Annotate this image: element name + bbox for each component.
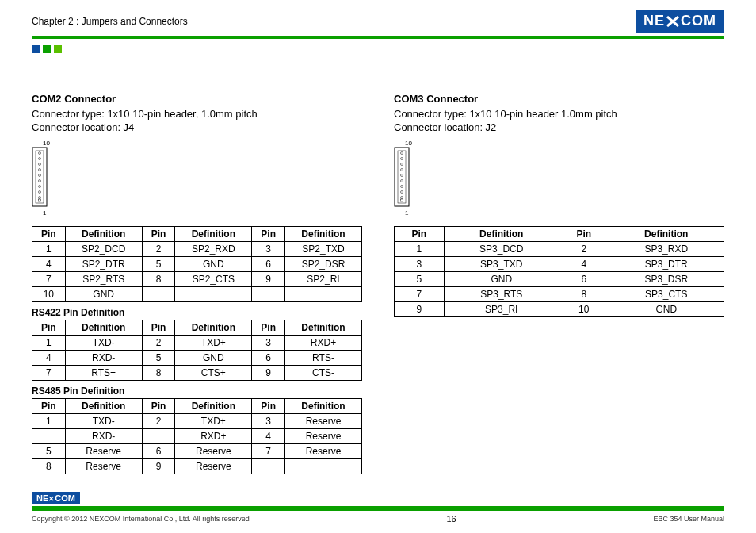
rs485-pin-table: PinDefinitionPinDefinitionPinDefinition1… xyxy=(32,398,362,474)
main-content: COM2 Connector Connector type: 1x10 10-p… xyxy=(0,53,756,479)
table-cell: GND xyxy=(444,272,559,287)
com2-title: COM2 Connector xyxy=(32,93,362,105)
table-header: Pin xyxy=(559,227,609,242)
table-cell: 2 xyxy=(142,336,175,351)
svg-point-14 xyxy=(401,152,403,155)
page-footer: NE✕COM Copyright © 2012 NEXCOM Internati… xyxy=(0,492,756,533)
page-number: 16 xyxy=(446,514,456,523)
header-divider xyxy=(32,36,724,39)
manual-name: EBC 354 User Manual xyxy=(653,515,724,523)
svg-point-20 xyxy=(401,186,403,188)
com3-location: Connector location: J2 xyxy=(394,121,724,133)
table-row: 3SP3_TXD4SP3_DTR xyxy=(395,257,724,272)
table-cell: SP3_TXD xyxy=(444,257,559,272)
table-header: Definition xyxy=(65,227,142,242)
table-cell: SP3_RTS xyxy=(444,287,559,302)
svg-rect-23 xyxy=(401,199,403,201)
svg-point-18 xyxy=(401,174,403,177)
table-row: 8Reserve9Reserve xyxy=(32,459,362,474)
table-cell: 4 xyxy=(252,429,285,444)
square-lightgreen xyxy=(54,45,62,53)
table-cell: Reserve xyxy=(65,459,142,474)
table-cell: 9 xyxy=(252,366,285,381)
svg-point-3 xyxy=(39,158,41,160)
footer-row: Copyright © 2012 NEXCOM International Co… xyxy=(32,514,724,523)
table-cell: SP3_RI xyxy=(444,302,559,317)
table-row: RXD-RXD+4Reserve xyxy=(32,429,362,444)
table-cell: SP2_DSR xyxy=(285,257,362,272)
table-cell: 7 xyxy=(252,444,285,459)
table-cell: 1 xyxy=(395,242,445,257)
table-header: Pin xyxy=(395,227,445,242)
table-cell: SP2_RXD xyxy=(175,242,252,257)
decorative-squares xyxy=(32,45,756,53)
table-cell: RXD+ xyxy=(285,336,362,351)
svg-point-2 xyxy=(39,152,41,155)
table-cell xyxy=(32,429,66,444)
table-cell: 7 xyxy=(32,272,66,287)
table-cell: SP2_TXD xyxy=(285,242,362,257)
table-cell: 5 xyxy=(142,257,175,272)
com2-pin-table: PinDefinitionPinDefinitionPinDefinition1… xyxy=(32,226,362,302)
table-cell: 4 xyxy=(32,351,66,366)
table-cell: 6 xyxy=(559,272,609,287)
right-column: COM3 Connector Connector type: 1x10 10-p… xyxy=(394,93,724,479)
table-cell: 8 xyxy=(142,366,175,381)
table-row: 7SP3_RTS8SP3_CTS xyxy=(395,287,724,302)
table-cell: GND xyxy=(65,287,142,302)
table-cell: CTS- xyxy=(285,366,362,381)
table-cell xyxy=(142,429,175,444)
table-cell: 6 xyxy=(252,257,285,272)
com3-connector-diagram: 10 1 xyxy=(394,140,724,217)
table-cell: GND xyxy=(175,351,252,366)
chapter-title: Chapter 2 : Jumpers and Connectors xyxy=(32,16,188,27)
svg-point-6 xyxy=(39,174,41,177)
svg-point-9 xyxy=(39,191,41,194)
table-cell: SP3_DCD xyxy=(444,242,559,257)
table-cell xyxy=(142,287,175,302)
table-row: 7RTS+8CTS+9CTS- xyxy=(32,366,362,381)
table-header: Pin xyxy=(252,399,285,414)
svg-rect-11 xyxy=(39,199,41,201)
table-cell: 8 xyxy=(559,287,609,302)
table-cell: RXD- xyxy=(65,351,142,366)
table-header: Definition xyxy=(65,320,142,336)
table-cell xyxy=(285,459,362,474)
table-cell: 5 xyxy=(395,272,445,287)
table-row: 1TXD-2TXD+3RXD+ xyxy=(32,336,362,351)
table-header: Definition xyxy=(444,227,559,242)
footer-divider xyxy=(32,506,724,511)
table-cell: Reserve xyxy=(175,444,252,459)
com3-title: COM3 Connector xyxy=(394,93,724,105)
table-row: 5Reserve6Reserve7Reserve xyxy=(32,444,362,459)
table-cell: SP2_DCD xyxy=(65,242,142,257)
table-cell: 2 xyxy=(142,414,175,429)
table-cell: SP3_RXD xyxy=(609,242,724,257)
table-cell: TXD- xyxy=(65,414,142,429)
left-column: COM2 Connector Connector type: 1x10 10-p… xyxy=(32,93,362,479)
table-cell: 1 xyxy=(32,336,66,351)
table-header: Definition xyxy=(175,399,252,414)
connector-top-label: 10 xyxy=(43,140,362,147)
table-row: 5GND6SP3_DSR xyxy=(395,272,724,287)
table-header: Pin xyxy=(32,399,66,414)
table-cell: GND xyxy=(609,302,724,317)
table-cell: Reserve xyxy=(285,444,362,459)
table-cell: RTS+ xyxy=(65,366,142,381)
connector-icon xyxy=(32,147,48,207)
table-cell: 5 xyxy=(32,444,66,459)
table-header: Pin xyxy=(32,227,66,242)
table-cell: Reserve xyxy=(285,429,362,444)
svg-point-17 xyxy=(401,169,403,171)
table-cell: 3 xyxy=(395,257,445,272)
table-cell: SP2_RTS xyxy=(65,272,142,287)
table-cell: 3 xyxy=(252,336,285,351)
svg-point-4 xyxy=(39,163,41,166)
table-cell: 2 xyxy=(559,242,609,257)
com3-pin-table: PinDefinitionPinDefinition1SP3_DCD2SP3_R… xyxy=(394,226,724,317)
svg-point-16 xyxy=(401,163,403,166)
svg-rect-1 xyxy=(36,151,44,203)
table-row: 7SP2_RTS8SP2_CTS9SP2_RI xyxy=(32,272,362,287)
table-cell: Reserve xyxy=(65,444,142,459)
table-row: 1TXD-2TXD+3Reserve xyxy=(32,414,362,429)
